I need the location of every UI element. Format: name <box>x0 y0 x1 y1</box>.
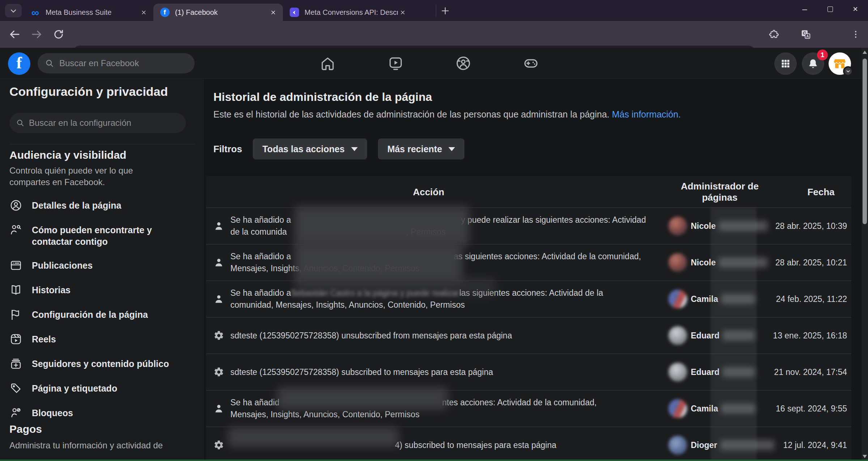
filters-label: Filtros <box>213 144 242 155</box>
main-content: Historial de administración de la página… <box>205 79 861 461</box>
tab-close-icon[interactable] <box>139 8 148 17</box>
sidebar-item-8[interactable]: Bloqueos <box>9 401 192 425</box>
tab-title: Meta Conversions API: Descripc <box>305 8 398 17</box>
book-icon <box>9 283 22 296</box>
maximize-button[interactable] <box>817 0 843 18</box>
action-text: sdteste (1253950275728358) unsubscribed … <box>230 330 512 342</box>
settings-sidebar: Configuración y privacidad Audiencia y v… <box>0 79 205 461</box>
sidebar-item-1[interactable]: Cómo pueden encontrarte y contactar cont… <box>9 218 192 253</box>
extensions-button[interactable] <box>765 26 783 43</box>
svg-text:A: A <box>806 34 809 38</box>
person-icon <box>213 403 224 414</box>
table-row: Se ha añadido a as siguientes acciones: … <box>206 244 851 281</box>
table-row: Se ha añadido a Sebastián Castro a la pá… <box>206 281 851 317</box>
window-controls: – × <box>792 0 868 21</box>
nav-watch[interactable] <box>376 55 416 72</box>
admin-first-name: Eduard <box>691 331 719 341</box>
sidebar-item-label: Cómo pueden encontrarte y contactar cont… <box>32 223 192 247</box>
table-row: Se ha añadidntes acciones: Actividad de … <box>206 390 851 427</box>
sidebar-item-label: Reels <box>32 333 56 345</box>
reload-button[interactable] <box>50 26 67 43</box>
person-icon <box>213 294 224 304</box>
avatar <box>668 436 687 454</box>
account-chevron-icon <box>843 66 853 76</box>
reels-icon <box>9 333 22 346</box>
person-circle-icon <box>9 199 22 212</box>
translate-icon: GA <box>800 29 811 40</box>
avatar <box>668 217 687 235</box>
settings-search-input[interactable] <box>29 118 166 128</box>
action-filter-dropdown[interactable]: Todas las acciones <box>253 138 367 159</box>
facebook-logo[interactable]: f <box>8 52 30 75</box>
gear-icon <box>213 440 224 451</box>
chevron-down-icon <box>448 147 455 151</box>
avatar <box>668 326 687 345</box>
browser-tab-0[interactable]: ∞Meta Business Suite <box>24 4 153 21</box>
facebook-header: f 1 <box>0 48 868 79</box>
nav-groups[interactable] <box>443 55 483 72</box>
translate-button[interactable]: GA <box>797 26 814 43</box>
browser-tab-1[interactable]: f(1) Facebook <box>153 4 283 21</box>
nav-home[interactable] <box>308 55 348 72</box>
forward-icon <box>30 28 43 41</box>
notification-badge: 1 <box>817 50 828 60</box>
page-scrollbar[interactable] <box>861 48 868 461</box>
facebook-search[interactable] <box>38 53 195 73</box>
sidebar-item-6[interactable]: Seguidores y contenido público <box>9 351 192 376</box>
column-header-fecha: Fecha <box>770 186 851 197</box>
sort-filter-dropdown[interactable]: Más reciente <box>378 138 464 159</box>
date-cell: 28 abr. 2025, 10:39 <box>739 221 847 231</box>
page-profile-avatar[interactable] <box>829 52 851 75</box>
avatar <box>668 290 687 308</box>
section-desc-pagos: Administra tu información y actividad de <box>9 440 179 451</box>
facebook-favicon: f <box>160 8 170 17</box>
chevron-down-icon <box>351 147 358 151</box>
tab-close-icon[interactable] <box>398 8 407 17</box>
sidebar-item-2[interactable]: Publicaciones <box>9 253 192 278</box>
redaction-blur <box>295 243 462 282</box>
tab-close-icon[interactable] <box>268 8 278 17</box>
sidebar-item-5[interactable]: Reels <box>9 327 192 351</box>
avatar <box>668 253 687 272</box>
notifications-button[interactable]: 1 <box>802 52 824 75</box>
nav-gaming[interactable] <box>511 55 551 72</box>
screen: ∞Meta Business Suitef(1) FacebookMeta Co… <box>0 0 868 461</box>
apps-grid-icon <box>780 59 791 69</box>
tag-icon <box>9 382 22 395</box>
tab-search-button[interactable] <box>5 4 22 17</box>
browser-menu-button[interactable] <box>847 26 864 43</box>
browser-tab-2[interactable]: Meta Conversions API: Descripc <box>283 4 412 21</box>
forward-button[interactable] <box>28 26 46 43</box>
section-heading-audiencia: Audiencia y visibilidad <box>9 149 126 161</box>
filters-bar: Filtros Todas las acciones Más reciente <box>213 138 464 159</box>
apps-menu-button[interactable] <box>774 52 797 75</box>
sidebar-item-0[interactable]: Detalles de la página <box>9 193 192 218</box>
extensions-puzzle-icon <box>769 29 779 40</box>
screen-bottom-green-bar <box>0 460 868 461</box>
page-subtitle: Este es el historial de las actividades … <box>213 109 681 120</box>
close-button[interactable]: × <box>843 0 868 18</box>
minimize-button[interactable]: – <box>792 0 817 18</box>
redaction-blur <box>277 388 447 409</box>
scroll-down-arrow-icon[interactable] <box>863 455 867 458</box>
search-icon <box>16 119 25 127</box>
sidebar-item-label: Bloqueos <box>32 406 73 419</box>
back-icon <box>8 28 21 41</box>
sidebar-item-4[interactable]: Configuración de la página <box>9 302 192 327</box>
back-button[interactable] <box>6 26 23 43</box>
sidebar-item-3[interactable]: Historias <box>9 278 192 302</box>
scroll-up-arrow-icon[interactable] <box>863 51 867 54</box>
home-icon <box>319 55 336 72</box>
redaction-blur <box>228 428 398 447</box>
table-row: 4) subscribed to mensajes para esta pági… <box>206 427 851 461</box>
admin-first-name: Nicole <box>691 221 716 231</box>
sidebar-item-7[interactable]: Página y etiquetado <box>9 376 192 401</box>
new-tab-button[interactable] <box>436 5 449 17</box>
scrollbar-thumb[interactable] <box>863 59 867 224</box>
browser-tab-strip: ∞Meta Business Suitef(1) FacebookMeta Co… <box>0 0 868 21</box>
table-header: Acción Administrador de páginas Fecha <box>206 176 851 208</box>
date-cell: 13 ene. 2025, 16:18 <box>739 331 847 341</box>
facebook-search-input[interactable] <box>59 58 179 68</box>
settings-search[interactable] <box>9 113 186 133</box>
learn-more-link[interactable]: Más información. <box>612 109 681 119</box>
